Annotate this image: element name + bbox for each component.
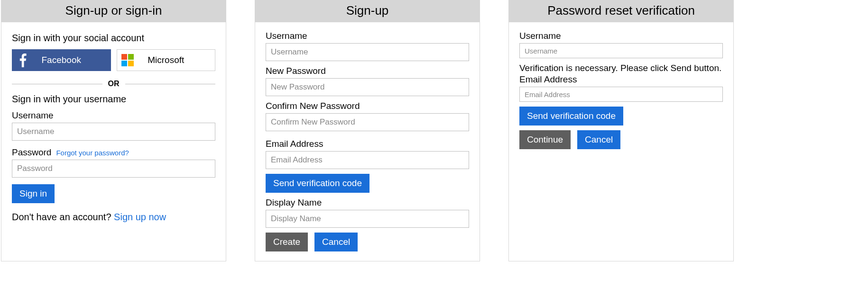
- facebook-button[interactable]: Facebook: [12, 49, 111, 71]
- reset-continue-button[interactable]: Continue: [519, 130, 571, 149]
- signup-email-label: Email Address: [266, 139, 323, 149]
- signin-panel: Sign-up or sign-in Sign in with your soc…: [1, 0, 226, 261]
- forgot-password-link[interactable]: Forgot your password?: [56, 149, 129, 157]
- reset-email-input[interactable]: [519, 87, 723, 102]
- signin-username-input[interactable]: [12, 123, 215, 141]
- microsoft-label: Microsoft: [138, 55, 215, 65]
- signin-button[interactable]: Sign in: [12, 184, 55, 203]
- microsoft-button[interactable]: Microsoft: [117, 49, 216, 71]
- signup-prompt-text: Don't have an account?: [12, 212, 111, 222]
- signup-now-link[interactable]: Sign up now: [114, 212, 166, 222]
- signup-send-code-button[interactable]: Send verification code: [266, 174, 369, 193]
- local-signin-title: Sign in with your username: [12, 94, 215, 105]
- or-divider: OR: [12, 80, 215, 88]
- signup-email-input[interactable]: [266, 151, 469, 169]
- facebook-icon: [12, 50, 33, 71]
- signin-password-label: Password: [12, 147, 51, 158]
- signup-newpw-label: New Password: [266, 66, 326, 76]
- signup-prompt: Don't have an account? Sign up now: [12, 212, 215, 223]
- signup-username-label: Username: [266, 31, 307, 41]
- signup-username-input[interactable]: [266, 43, 469, 61]
- reset-send-code-button[interactable]: Send verification code: [519, 107, 623, 126]
- signup-display-label: Display Name: [266, 197, 322, 208]
- facebook-label: Facebook: [33, 55, 111, 65]
- signup-create-button[interactable]: Create: [266, 233, 308, 251]
- signup-display-input[interactable]: [266, 210, 469, 228]
- signup-confirmpw-input[interactable]: [266, 113, 469, 131]
- signin-username-label: Username: [12, 110, 54, 121]
- signup-panel: Sign-up Username New Password Confirm Ne…: [255, 0, 480, 261]
- or-text: OR: [102, 80, 125, 88]
- signin-password-input[interactable]: [12, 160, 215, 178]
- reset-cancel-button[interactable]: Cancel: [577, 130, 620, 149]
- signup-confirmpw-label: Confirm New Password: [266, 101, 360, 111]
- signup-newpw-input[interactable]: [266, 78, 469, 96]
- reset-email-label: Email Address: [519, 74, 577, 85]
- signup-title: Sign-up: [255, 0, 480, 22]
- microsoft-icon: [117, 50, 138, 71]
- reset-panel: Password reset verification Username Ver…: [508, 0, 734, 261]
- signup-cancel-button[interactable]: Cancel: [314, 233, 358, 251]
- reset-verify-message: Verification is necessary. Please click …: [519, 63, 723, 73]
- reset-username-input[interactable]: [519, 43, 723, 58]
- signin-title: Sign-up or sign-in: [1, 0, 226, 22]
- reset-username-label: Username: [519, 31, 561, 41]
- social-signin-title: Sign in with your social account: [12, 33, 215, 44]
- reset-title: Password reset verification: [509, 0, 733, 22]
